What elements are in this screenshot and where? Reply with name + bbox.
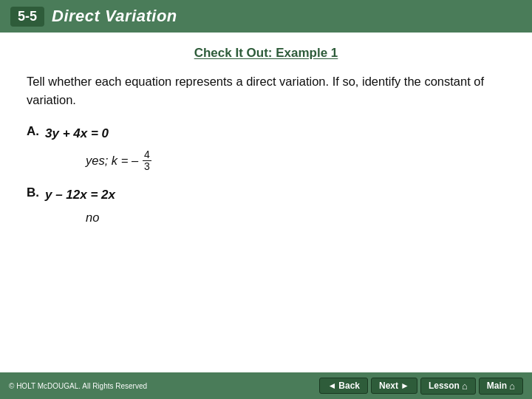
part-a-answer: yes; k = – 4 3 <box>86 149 505 173</box>
part-b-equation: y – 12x = 2x <box>45 188 115 202</box>
nav-bar: © HOLT McDOUGAL. All Rights Reserved ◄ B… <box>0 372 532 399</box>
part-b-label: B. <box>27 185 39 200</box>
lesson-button[interactable]: Lesson ⌂ <box>420 378 476 395</box>
main-home-icon: ⌂ <box>509 381 515 392</box>
next-button[interactable]: Next ► <box>371 378 417 394</box>
copyright-text: © HOLT McDOUGAL. All Rights Reserved <box>9 382 147 390</box>
part-b-answer: no <box>86 211 505 225</box>
part-a-row: A. 3y + 4x = 0 <box>27 124 505 143</box>
back-label: Back <box>338 381 360 391</box>
main-button[interactable]: Main ⌂ <box>479 378 523 395</box>
section-badge: 5-5 <box>10 7 44 27</box>
header-bar: 5-5 Direct Variation <box>0 0 532 33</box>
fraction-denominator: 3 <box>143 161 151 172</box>
intro-text: Tell whether each equation represents a … <box>27 72 505 109</box>
main-content: Check It Out: Example 1 Tell whether eac… <box>0 33 532 245</box>
back-button[interactable]: ◄ Back <box>319 378 368 394</box>
part-a-fraction: 4 3 <box>143 149 151 173</box>
main-label: Main <box>487 381 507 391</box>
back-arrow-icon: ◄ <box>327 381 336 391</box>
next-label: Next <box>379 381 398 391</box>
part-b-row: B. y – 12x = 2x <box>27 185 505 205</box>
part-b-answer-text: no <box>86 211 99 225</box>
lesson-home-icon: ⌂ <box>462 381 468 392</box>
nav-buttons: ◄ Back Next ► Lesson ⌂ Main ⌂ <box>319 378 523 395</box>
section-title: Check It Out: Example 1 <box>27 46 505 61</box>
part-a-answer-prefix: yes; k = – <box>86 154 138 168</box>
next-arrow-icon: ► <box>400 381 409 391</box>
part-a-label: A. <box>27 124 39 139</box>
page-title: Direct Variation <box>52 7 177 26</box>
lesson-label: Lesson <box>429 381 460 391</box>
fraction-numerator: 4 <box>143 149 151 161</box>
part-a-equation: 3y + 4x = 0 <box>45 126 109 141</box>
